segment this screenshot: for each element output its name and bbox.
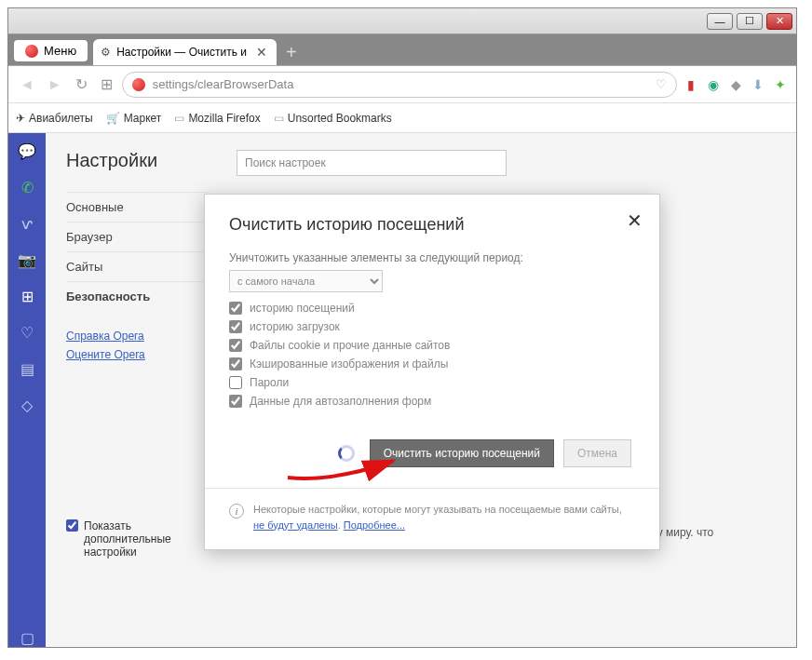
- info-icon: i: [229, 504, 244, 519]
- check-item[interactable]: Файлы cookie и прочие данные сайтов: [229, 339, 635, 352]
- help-link[interactable]: Справка Opera: [66, 330, 210, 343]
- new-tab-button[interactable]: +: [286, 42, 297, 63]
- gear-icon: ⚙: [101, 46, 111, 59]
- extension-icon[interactable]: ◆: [727, 76, 744, 93]
- download-icon[interactable]: ⬇: [750, 76, 766, 93]
- opera-menu-button[interactable]: Меню: [14, 40, 88, 61]
- tabbar: Меню ⚙ Настройки — Очистить и ✕ +: [8, 34, 796, 66]
- plane-icon: ✈: [16, 112, 25, 125]
- extension-icon[interactable]: ▮: [683, 76, 699, 93]
- dialog-subtitle: Уничтожить указанные элементы за следующ…: [229, 251, 635, 264]
- sidebar: 💬 ✆ ⱱ 📷 ⊞ ♡ ▤ ◇ ▢: [8, 133, 46, 647]
- tab-settings[interactable]: ⚙ Настройки — Очистить и ✕: [93, 39, 277, 65]
- cart-icon: 🛒: [106, 112, 120, 125]
- dialog-note: i Некоторые настройки, которые могут ука…: [229, 502, 635, 532]
- check-label: историю посещений: [250, 302, 355, 315]
- settings-page: Настройки Основные Браузер Сайты Безопас…: [46, 133, 796, 647]
- check-item[interactable]: Кэшированные изображения и файлы: [229, 357, 635, 370]
- extension-icon[interactable]: ◉: [705, 76, 722, 93]
- check-label: Кэшированные изображения и файлы: [250, 357, 448, 370]
- window-close-button[interactable]: ✕: [766, 13, 792, 30]
- opera-logo-icon: [25, 45, 38, 58]
- extension-icon[interactable]: ✦: [772, 76, 789, 93]
- clear-history-button[interactable]: Очистить историю посещений: [370, 439, 554, 467]
- dialog-title: Очистить историю посещений: [229, 215, 635, 235]
- button-row: Очистить историю посещений Отмена: [229, 439, 635, 467]
- speed-dial-button[interactable]: ⊞: [97, 74, 116, 95]
- opera-logo-icon: [132, 78, 145, 91]
- folder-icon: ▭: [274, 112, 284, 125]
- checkbox[interactable]: [229, 395, 242, 408]
- titlebar: — ☐ ✕: [8, 8, 796, 34]
- forward-button[interactable]: ►: [44, 74, 66, 95]
- url-text: settings/clearBrowserData: [153, 77, 294, 91]
- bookmark-heart-icon[interactable]: ♡: [656, 77, 667, 91]
- checkbox-list: историю посещенийисторию загрузокФайлы c…: [229, 302, 635, 408]
- nav-browser[interactable]: Браузер: [66, 222, 210, 251]
- show-advanced-checkbox[interactable]: Показать дополнительные настройки: [66, 519, 210, 559]
- checkbox[interactable]: [229, 339, 242, 352]
- clear-history-dialog: ✕ Очистить историю посещений Уничтожить …: [204, 194, 660, 550]
- url-input[interactable]: settings/clearBrowserData ♡: [122, 72, 677, 98]
- vk-icon[interactable]: ⱱ: [21, 215, 33, 233]
- maximize-button[interactable]: ☐: [737, 13, 763, 30]
- nav-sites[interactable]: Сайты: [66, 251, 210, 281]
- check-label: Данные для автозаполнения форм: [250, 395, 431, 408]
- browser-window: — ☐ ✕ Меню ⚙ Настройки — Очистить и ✕ + …: [7, 7, 797, 648]
- whatsapp-icon[interactable]: ✆: [21, 179, 34, 196]
- loading-spinner-icon: [338, 445, 355, 462]
- content-area: 💬 ✆ ⱱ 📷 ⊞ ♡ ▤ ◇ ▢ Настройки Основные Бра…: [8, 133, 796, 647]
- settings-nav: Настройки Основные Браузер Сайты Безопас…: [66, 150, 210, 630]
- speed-dial-icon[interactable]: ⊞: [21, 288, 34, 305]
- page-title: Настройки: [66, 150, 210, 171]
- menu-label: Меню: [44, 44, 76, 58]
- checkbox[interactable]: [229, 376, 242, 389]
- heart-icon[interactable]: ♡: [20, 324, 34, 342]
- check-label: историю загрузок: [250, 320, 340, 333]
- period-select[interactable]: с самого начала: [229, 270, 383, 292]
- sidebar-settings-icon[interactable]: ▢: [20, 629, 34, 647]
- tab-close-button[interactable]: ✕: [256, 45, 267, 60]
- check-item[interactable]: Данные для автозаполнения форм: [229, 395, 635, 408]
- bookmark-item[interactable]: ✈Авиабилеты: [16, 112, 93, 125]
- dialog-close-button[interactable]: ✕: [627, 209, 643, 232]
- tab-title: Настройки — Очистить и: [116, 46, 247, 59]
- nav-basic[interactable]: Основные: [66, 192, 210, 222]
- settings-search-input[interactable]: Поиск настроек: [237, 150, 507, 176]
- bookmark-item[interactable]: 🛒Маркет: [106, 112, 162, 125]
- checkbox[interactable]: [229, 320, 242, 333]
- bookmarks-bar: ✈Авиабилеты 🛒Маркет ▭Mozilla Firefox ▭Un…: [8, 103, 796, 133]
- minimize-button[interactable]: —: [707, 13, 733, 30]
- cancel-button[interactable]: Отмена: [563, 439, 631, 467]
- checkbox[interactable]: [229, 302, 242, 315]
- not-deleted-link[interactable]: не будут удалены: [253, 519, 338, 531]
- check-item[interactable]: историю посещений: [229, 302, 635, 315]
- check-item[interactable]: Пароли: [229, 376, 635, 389]
- nav-security[interactable]: Безопасность: [66, 281, 210, 311]
- checkbox[interactable]: [66, 519, 78, 532]
- messenger-icon[interactable]: 💬: [18, 142, 36, 160]
- bookmark-item[interactable]: ▭Unsorted Bookmarks: [274, 112, 392, 125]
- rate-link[interactable]: Оцените Opera: [66, 348, 210, 361]
- news-icon[interactable]: ▤: [20, 360, 34, 378]
- bookmark-item[interactable]: ▭Mozilla Firefox: [174, 112, 260, 125]
- check-item[interactable]: историю загрузок: [229, 320, 635, 333]
- camera-icon[interactable]: 📷: [18, 251, 36, 269]
- checkbox[interactable]: [229, 357, 242, 370]
- folder-icon: ▭: [174, 112, 184, 125]
- check-label: Пароли: [250, 376, 289, 389]
- cube-icon[interactable]: ◇: [21, 397, 33, 414]
- more-link[interactable]: Подробнее...: [344, 519, 405, 531]
- back-button[interactable]: ◄: [16, 74, 38, 95]
- reload-button[interactable]: ↻: [72, 74, 91, 95]
- check-label: Файлы cookie и прочие данные сайтов: [250, 339, 450, 352]
- address-bar: ◄ ► ↻ ⊞ settings/clearBrowserData ♡ ▮ ◉ …: [8, 66, 796, 103]
